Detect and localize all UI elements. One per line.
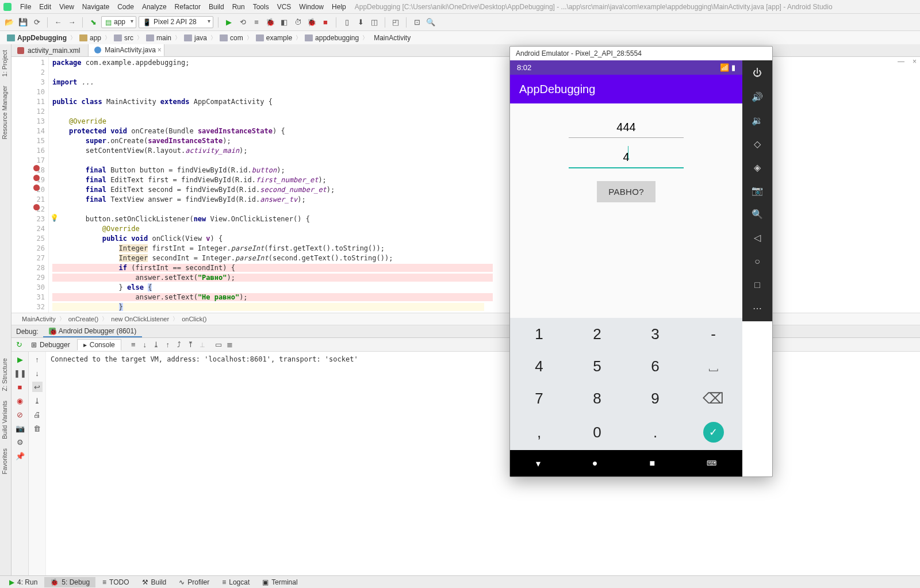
breakpoint-icon[interactable] — [33, 175, 40, 181]
menu-view[interactable]: View — [55, 2, 78, 12]
sidebar-resource-manager[interactable]: Resource Manager — [0, 82, 9, 143]
tab-mainactivity-java[interactable]: MainActivity.java× — [89, 44, 164, 56]
keypad-key[interactable]: . — [626, 415, 684, 450]
project-structure-icon[interactable]: ⊡ — [411, 17, 423, 28]
bottom-tab-profiler[interactable]: ∿Profiler — [173, 577, 215, 587]
step-out-icon[interactable]: ↑ — [163, 340, 173, 350]
menu-navigate[interactable]: Navigate — [78, 2, 113, 12]
bottom-tab-logcat[interactable]: ≡Logcat — [216, 577, 255, 587]
keypad-key[interactable]: ⌫ — [684, 383, 742, 415]
code-editor[interactable]: 💡 12310111213141516171819202122232425262… — [12, 57, 920, 313]
resource-manager-icon[interactable]: ◫ — [369, 17, 380, 28]
run-to-cursor-icon[interactable]: ⤒ — [186, 340, 196, 350]
profile-icon[interactable]: ⏱ — [292, 17, 304, 28]
menu-help[interactable]: Help — [328, 2, 350, 12]
menu-code[interactable]: Code — [113, 2, 138, 12]
watches-separator-icon[interactable]: ▭ — [213, 340, 224, 350]
crumb-example[interactable]: example — [266, 34, 292, 42]
menu-file[interactable]: File — [16, 2, 35, 12]
search-everywhere-icon[interactable]: 🔍 — [425, 17, 436, 28]
breakpoint-icon[interactable] — [33, 165, 40, 171]
close-tab-icon[interactable]: × — [158, 46, 162, 54]
debugger-subtab[interactable]: ⊞Debugger — [25, 340, 76, 350]
menu-edit[interactable]: Edit — [35, 2, 55, 12]
emulator-window[interactable]: Android Emulator - Pixel_2_API_28:5554 8… — [509, 46, 773, 477]
clear-icon[interactable]: 🗑 — [32, 423, 43, 433]
apply-code-icon[interactable]: ≡ — [251, 17, 262, 28]
emu-zoom-icon[interactable]: 🔍 — [750, 207, 765, 221]
camera-icon[interactable]: 📷 — [15, 423, 25, 433]
second-number-input[interactable] — [569, 147, 684, 168]
drop-frame-icon[interactable]: ⤴ — [174, 340, 185, 350]
breakpoint-icon[interactable] — [33, 185, 40, 191]
avd-icon[interactable]: ▯ — [341, 17, 352, 28]
first-number-input[interactable] — [569, 117, 684, 138]
editor-gutter[interactable]: 💡 12310111213141516171819202122232425262… — [12, 57, 49, 313]
step-into-icon[interactable]: ↓ — [140, 340, 150, 350]
keypad-key[interactable]: 8 — [568, 383, 626, 415]
debug-icon[interactable]: 🐞 — [264, 17, 276, 28]
mute-breakpoints-icon[interactable]: ⊘ — [15, 409, 25, 420]
emu-power-icon[interactable]: ⏻ — [750, 66, 765, 80]
rerun-icon[interactable]: ▶ — [15, 354, 25, 364]
force-step-icon[interactable]: ⤓ — [151, 340, 162, 350]
crumb-java[interactable]: java — [194, 34, 207, 42]
menu-window[interactable]: Window — [295, 2, 328, 12]
emu-volume-down-icon[interactable]: 🔉 — [750, 113, 765, 128]
keypad-key[interactable]: 5 — [568, 350, 626, 382]
coverage-icon[interactable]: ◧ — [278, 17, 290, 28]
menu-run[interactable]: Run — [228, 2, 249, 12]
emu-screenshot-icon[interactable]: 📷 — [750, 184, 765, 198]
menu-analyze[interactable]: Analyze — [138, 2, 171, 12]
evaluate-icon[interactable]: ⟂ — [197, 340, 208, 350]
menu-vcs[interactable]: VCS — [273, 2, 296, 12]
keypad-key[interactable]: 0 — [568, 415, 626, 450]
menu-build[interactable]: Build — [205, 2, 228, 12]
crumb2-listener[interactable]: new OnClickListener — [108, 316, 172, 322]
scroll-to-end-icon[interactable]: ⤓ — [32, 395, 43, 406]
sidebar-structure[interactable]: Z: Structure — [0, 355, 9, 394]
crumb-project[interactable]: AppDebugging — [17, 34, 67, 42]
keypad-key[interactable]: 6 — [626, 350, 684, 382]
menu-tools[interactable]: Tools — [249, 2, 273, 12]
soft-wrap-icon[interactable]: ↩ — [32, 382, 43, 392]
debug-console[interactable]: Connected to the target VM, address: 'lo… — [46, 352, 920, 575]
device-selector[interactable]: 📱Pixel 2 API 28 — [139, 16, 213, 28]
nav-back-icon[interactable]: ▾ — [536, 458, 540, 469]
sidebar-build-variants[interactable]: Build Variants — [0, 397, 9, 443]
compare-button[interactable]: РАВНО? — [597, 181, 656, 202]
keypad-key[interactable]: 2 — [568, 318, 626, 350]
crumb-com[interactable]: com — [230, 34, 243, 42]
bottom-tab-debug[interactable]: 🐞5: Debug — [44, 577, 95, 587]
forward-icon[interactable]: → — [66, 17, 78, 28]
nav-home-icon[interactable]: ● — [592, 458, 598, 468]
crumb-appdebugging[interactable]: appdebugging — [315, 34, 359, 42]
crumb-src[interactable]: src — [124, 34, 133, 42]
keypad-key[interactable]: 7 — [510, 383, 568, 415]
save-all-icon[interactable]: 💾 — [17, 17, 29, 28]
stop-icon[interactable]: ■ — [15, 382, 25, 392]
bottom-tab-todo[interactable]: ≡TODO — [97, 577, 135, 587]
back-icon[interactable]: ← — [52, 17, 64, 28]
sdk-icon[interactable]: ⬇ — [355, 17, 366, 28]
keypad-key[interactable]: , — [510, 415, 568, 450]
debug-config-tab[interactable]: 🐞Android Debugger (8601) — [43, 326, 142, 337]
bottom-tab-run[interactable]: ▶4: Run — [3, 577, 43, 587]
crumb2-onclick[interactable]: onClick() — [178, 316, 210, 322]
console-subtab[interactable]: ▸Console — [77, 339, 121, 351]
down-icon[interactable]: ↓ — [32, 368, 43, 378]
open-icon[interactable]: 📂 — [3, 17, 15, 28]
print-icon[interactable]: 🖨 — [32, 409, 43, 420]
view-breakpoints-icon[interactable]: ◉ — [15, 395, 25, 406]
crumb2-oncreate[interactable]: onCreate() — [65, 316, 102, 322]
bottom-tab-build[interactable]: ⚒Build — [136, 577, 172, 587]
sync-icon[interactable]: ⟳ — [31, 17, 43, 28]
layout-icon[interactable]: ≣ — [225, 340, 235, 350]
pin-icon[interactable]: 📌 — [15, 451, 25, 461]
sidebar-project[interactable]: 1: Project — [0, 47, 9, 80]
menu-refactor[interactable]: Refactor — [171, 2, 205, 12]
emu-rotate-left-icon[interactable]: ◇ — [750, 137, 765, 151]
pause-icon[interactable]: ❚❚ — [15, 368, 25, 378]
keypad-key[interactable]: ⎵ — [684, 350, 742, 382]
layout-inspector-icon[interactable]: ◰ — [390, 17, 401, 28]
